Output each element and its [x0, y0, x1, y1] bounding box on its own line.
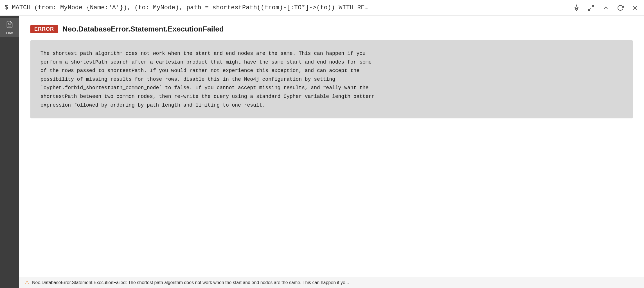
main-layout: Error ERROR Neo.DatabaseError.Statement.…	[0, 16, 644, 288]
sidebar-item-error-label: Error	[6, 31, 13, 35]
error-title-row: ERROR Neo.DatabaseError.Statement.Execut…	[30, 25, 633, 33]
sidebar: Error	[0, 16, 19, 288]
maximize-icon	[588, 4, 595, 11]
document-icon	[6, 21, 13, 30]
maximize-button[interactable]	[587, 3, 596, 12]
status-bar: ⚠ Neo.DatabaseError.Statement.ExecutionF…	[19, 277, 644, 288]
content-area: ERROR Neo.DatabaseError.Statement.Execut…	[19, 16, 644, 288]
chevron-up-icon	[602, 4, 609, 11]
status-text: Neo.DatabaseError.Statement.ExecutionFai…	[32, 280, 349, 285]
error-class-name: Neo.DatabaseError.Statement.ExecutionFai…	[62, 25, 224, 33]
svg-line-2	[589, 8, 591, 10]
title-bar: $ MATCH (from: MyNode {Name:'A'}), (to: …	[0, 0, 644, 16]
close-icon	[632, 4, 638, 11]
error-message-box: The shortest path algorithm does not wor…	[30, 40, 633, 118]
error-badge: ERROR	[30, 25, 58, 33]
sidebar-item-error[interactable]: Error	[0, 18, 19, 37]
refresh-button[interactable]	[616, 3, 625, 12]
title-actions	[572, 3, 640, 12]
pin-button[interactable]	[572, 3, 581, 12]
error-content: ERROR Neo.DatabaseError.Statement.Execut…	[19, 16, 644, 277]
collapse-button[interactable]	[601, 3, 610, 12]
close-button[interactable]	[631, 3, 640, 12]
pin-icon	[573, 4, 580, 11]
warning-icon: ⚠	[25, 280, 29, 286]
query-title: $ MATCH (from: MyNode {Name:'A'}), (to: …	[4, 4, 572, 11]
refresh-icon	[617, 4, 624, 11]
svg-line-1	[592, 5, 594, 7]
